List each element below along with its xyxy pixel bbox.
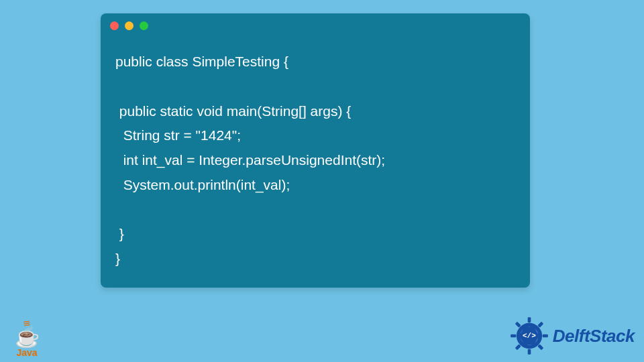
- code-line: String str = "1424";: [115, 123, 515, 148]
- maximize-icon[interactable]: [140, 21, 148, 30]
- cup-icon: ☕: [15, 327, 40, 347]
- svg-rect-5: [537, 322, 543, 328]
- delftstack-logo-text: DelftStack: [553, 326, 635, 347]
- steam-icon: ≋: [22, 317, 32, 329]
- java-logo-text: Java: [16, 347, 37, 358]
- code-line: public class SimpleTesting {: [115, 50, 515, 74]
- code-line: }: [115, 247, 515, 272]
- code-line: int int_val = Integer.parseUnsignedInt(s…: [115, 148, 515, 173]
- gear-icon: </>: [510, 316, 549, 355]
- java-logo: ≋ ☕ Java: [7, 318, 47, 358]
- code-line: public static void main(String[] args) {: [115, 99, 515, 124]
- svg-rect-6: [515, 344, 521, 350]
- svg-rect-2: [528, 349, 531, 355]
- code-line: [115, 198, 515, 223]
- code-body: public class SimpleTesting { public stat…: [101, 38, 530, 288]
- hex-badge-text: </>: [523, 332, 536, 340]
- svg-rect-3: [511, 335, 516, 338]
- svg-rect-7: [515, 322, 521, 328]
- svg-rect-1: [528, 317, 531, 322]
- svg-rect-4: [543, 335, 548, 338]
- delftstack-logo: </> DelftStack: [510, 316, 635, 355]
- window-titlebar: [101, 13, 530, 38]
- code-line: }: [115, 222, 515, 247]
- code-line: [115, 74, 515, 99]
- close-icon[interactable]: [110, 21, 119, 30]
- code-line: System.out.println(int_val);: [115, 173, 515, 198]
- svg-rect-8: [537, 344, 543, 350]
- code-window: public class SimpleTesting { public stat…: [101, 13, 530, 288]
- minimize-icon[interactable]: [125, 21, 133, 30]
